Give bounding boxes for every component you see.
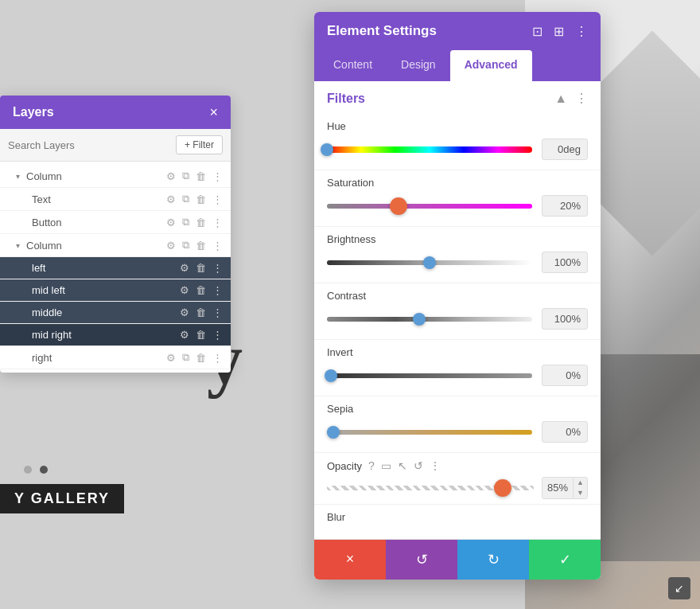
invert-slider[interactable]: [327, 373, 532, 378]
layers-close-button[interactable]: ×: [209, 105, 218, 119]
sepia-slider[interactable]: [327, 430, 532, 435]
redo-button[interactable]: ↻: [457, 540, 529, 580]
more-icon[interactable]: ⋮: [212, 217, 223, 228]
saturation-value[interactable]: 20%: [542, 195, 588, 217]
copy-icon[interactable]: ⧉: [182, 170, 189, 182]
more-icon[interactable]: ⋮: [575, 91, 588, 106]
hue-value[interactable]: 0deg: [542, 139, 588, 160]
hue-slider[interactable]: [327, 146, 532, 153]
layer-label: middle: [32, 306, 175, 318]
layers-filter-button[interactable]: + Filter: [176, 135, 223, 154]
brightness-slider[interactable]: [327, 260, 532, 265]
copy-icon[interactable]: ⧉: [182, 351, 189, 364]
brightness-value[interactable]: 100%: [542, 252, 588, 273]
layer-item-middle[interactable]: middle ⚙ 🗑 ⋮: [0, 302, 231, 324]
contrast-control: 100%: [327, 308, 588, 330]
saturation-thumb[interactable]: [390, 197, 407, 215]
contrast-label: Contrast: [327, 290, 588, 302]
more-icon[interactable]: ⋮: [212, 284, 223, 296]
opacity-thumb[interactable]: [494, 479, 511, 497]
layer-item-right[interactable]: right ⚙ ⧉ 🗑 ⋮: [0, 346, 231, 369]
layer-item-midright[interactable]: mid right ⚙ 🗑 ⋮: [0, 324, 231, 346]
cancel-button[interactable]: ×: [314, 540, 386, 580]
dot-1[interactable]: [24, 466, 32, 474]
trash-icon[interactable]: 🗑: [196, 193, 206, 205]
gear-icon[interactable]: ⚙: [166, 352, 176, 364]
contrast-slider[interactable]: [327, 317, 532, 322]
dot-2[interactable]: [40, 466, 48, 474]
undo-icon[interactable]: ↺: [414, 459, 423, 472]
trash-icon[interactable]: 🗑: [196, 352, 206, 364]
opacity-slider[interactable]: [327, 486, 534, 490]
opacity-value[interactable]: 85%: [542, 478, 573, 498]
saturation-slider[interactable]: [327, 204, 532, 209]
sepia-thumb[interactable]: [327, 426, 340, 439]
gear-icon[interactable]: ⚙: [180, 306, 189, 318]
layer-item-icons: ⚙ ⧉ 🗑 ⋮: [166, 193, 223, 205]
copy-icon[interactable]: ⧉: [182, 216, 189, 228]
copy-icon[interactable]: ⧉: [182, 239, 189, 252]
more-vertical-icon[interactable]: ⋮: [575, 24, 588, 39]
gear-icon[interactable]: ⚙: [166, 217, 176, 228]
gear-icon[interactable]: ⚙: [180, 262, 189, 274]
layer-item-midleft[interactable]: mid left ⚙ 🗑 ⋮: [0, 279, 231, 302]
tab-content[interactable]: Content: [319, 50, 387, 81]
gear-icon[interactable]: ⚙: [180, 284, 189, 296]
trash-icon[interactable]: 🗑: [196, 170, 206, 182]
invert-value[interactable]: 0%: [542, 365, 588, 386]
opacity-row: Opacity ? ▭ ↖ ↺ ⋮ 85% ▲ ▼: [314, 453, 601, 505]
trash-icon[interactable]: 🗑: [196, 240, 206, 252]
more-icon[interactable]: ⋮: [212, 193, 223, 205]
gear-icon[interactable]: ⚙: [180, 329, 189, 341]
more-icon[interactable]: ⋮: [212, 352, 223, 364]
more-icon[interactable]: ⋮: [212, 170, 223, 182]
layer-item-column1[interactable]: ▾ Column ⚙ ⧉ 🗑 ⋮: [0, 165, 231, 188]
trash-icon[interactable]: 🗑: [196, 284, 206, 296]
layer-label: Column: [26, 170, 161, 182]
more-icon[interactable]: ⋮: [430, 459, 441, 472]
brightness-thumb[interactable]: [423, 256, 436, 269]
more-icon[interactable]: ⋮: [212, 240, 223, 252]
layers-search-input[interactable]: [8, 139, 169, 151]
reset-button[interactable]: ↺: [386, 540, 457, 580]
spinner-up[interactable]: ▲: [574, 478, 587, 488]
layer-item-column2[interactable]: ▾ Column ⚙ ⧉ 🗑 ⋮: [0, 234, 231, 257]
layer-item-icons: ⚙ ⧉ 🗑 ⋮: [166, 216, 223, 228]
mobile-icon[interactable]: ▭: [381, 459, 391, 472]
gear-icon[interactable]: ⚙: [166, 193, 176, 205]
trash-icon[interactable]: 🗑: [196, 262, 206, 274]
more-icon[interactable]: ⋮: [212, 306, 223, 318]
save-button[interactable]: ✓: [529, 540, 601, 580]
invert-thumb[interactable]: [325, 369, 337, 382]
spinner-down[interactable]: ▼: [574, 488, 587, 498]
layer-item-left[interactable]: left ⚙ 🗑 ⋮: [0, 257, 231, 279]
contrast-thumb[interactable]: [413, 313, 426, 326]
layer-item-icons: ⚙ ⧉ 🗑 ⋮: [166, 351, 223, 364]
contrast-value[interactable]: 100%: [542, 308, 588, 330]
tab-design[interactable]: Design: [387, 50, 450, 81]
grid-icon[interactable]: ⊞: [554, 24, 564, 39]
help-icon[interactable]: ?: [368, 459, 375, 472]
copy-icon[interactable]: ⧉: [182, 193, 189, 205]
settings-panel: Element Settings ⊡ ⊞ ⋮ Content Design Ad…: [314, 12, 601, 580]
layer-item-button[interactable]: Button ⚙ ⧉ 🗑 ⋮: [0, 211, 231, 234]
more-icon[interactable]: ⋮: [212, 329, 223, 341]
sepia-value[interactable]: 0%: [542, 421, 588, 443]
scroll-arrow[interactable]: ↙: [668, 577, 690, 599]
cursor-icon[interactable]: ↖: [398, 459, 407, 472]
layer-item-text[interactable]: Text ⚙ ⧉ 🗑 ⋮: [0, 188, 231, 211]
trash-icon[interactable]: 🗑: [196, 217, 206, 228]
gear-icon[interactable]: ⚙: [166, 170, 176, 182]
settings-tabs: Content Design Advanced: [314, 50, 601, 81]
trash-icon[interactable]: 🗑: [196, 306, 206, 318]
expand-icon[interactable]: ⊡: [532, 24, 542, 39]
hue-thumb[interactable]: [321, 143, 333, 156]
more-icon[interactable]: ⋮: [212, 262, 223, 274]
opacity-label: Opacity: [327, 460, 362, 472]
filters-section: Filters ▲ ⋮ Hue 0deg Saturation: [314, 81, 601, 539]
collapse-icon[interactable]: ▲: [554, 92, 567, 106]
dot-pagination: [24, 466, 48, 474]
gear-icon[interactable]: ⚙: [166, 240, 176, 252]
trash-icon[interactable]: 🗑: [196, 329, 206, 341]
tab-advanced[interactable]: Advanced: [450, 50, 532, 81]
